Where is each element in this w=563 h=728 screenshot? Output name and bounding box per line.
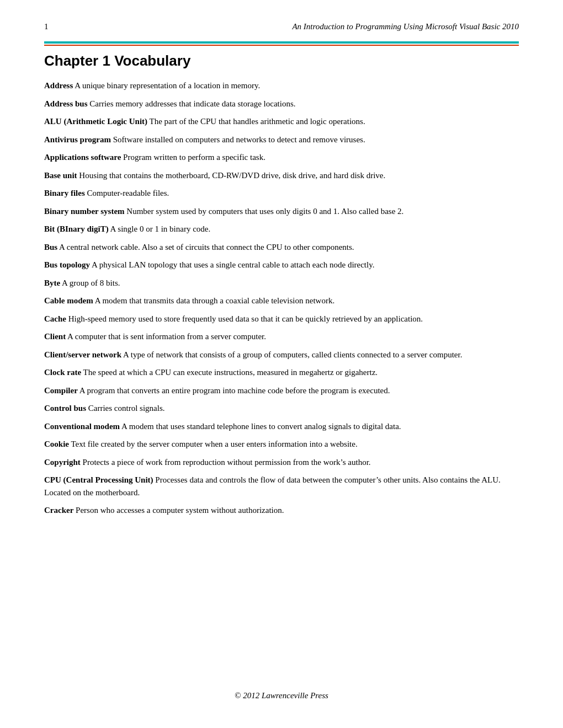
page-number: 1 (44, 22, 49, 31)
book-title: An Introduction to Programming Using Mic… (292, 22, 519, 31)
vocab-term: Cache (44, 314, 66, 323)
vocab-term: Byte (44, 279, 60, 287)
vocab-entry: Cookie Text file created by the server c… (44, 438, 519, 451)
vocab-term: Copyright (44, 458, 81, 467)
chapter-title: Chapter 1 Vocabulary (44, 52, 519, 69)
vocab-entry: Bus topology A physical LAN topology tha… (44, 259, 519, 271)
vocab-entry: Control bus Carries control signals. (44, 402, 519, 415)
vocab-term: Address (44, 81, 73, 90)
divider-top-line (44, 41, 519, 44)
vocab-entry: Address bus Carries memory addresses tha… (44, 98, 519, 110)
vocab-term: Bus (44, 243, 57, 251)
vocab-entry: Antivirus program Software installed on … (44, 133, 519, 146)
vocab-term: Base unit (44, 171, 77, 180)
vocab-entry: Bus A central network cable. Also a set … (44, 241, 519, 254)
vocab-term: Address bus (44, 99, 88, 108)
vocab-entry: Copyright Protects a piece of work from … (44, 456, 519, 469)
vocab-term: Cookie (44, 440, 69, 448)
vocab-term: Compiler (44, 386, 78, 395)
vocab-entry: Bit (BInary digiT) A single 0 or 1 in bi… (44, 223, 519, 235)
vocab-entry: Cracker Person who accesses a computer s… (44, 504, 519, 517)
vocab-entry: CPU (Central Processing Unit) Processes … (44, 474, 519, 499)
vocab-entry: Binary number system Number system used … (44, 205, 519, 218)
vocab-entry: Binary files Computer-readable files. (44, 187, 519, 200)
vocab-entry: Conventional modem A modem that uses sta… (44, 420, 519, 433)
divider-bottom-line (44, 45, 519, 46)
page-header: 1 An Introduction to Programming Using M… (44, 22, 519, 31)
vocab-entry: Cache High-speed memory used to store fr… (44, 313, 519, 325)
vocab-term: Antivirus program (44, 135, 111, 144)
vocab-entry: Applications software Program written to… (44, 151, 519, 164)
vocab-term: Bit (BInary digiT) (44, 224, 109, 233)
vocabulary-list: Address A unique binary representation o… (44, 79, 519, 517)
vocab-term: Clock rate (44, 368, 81, 377)
vocab-term: Cable modem (44, 296, 93, 305)
vocab-entry: Base unit Housing that contains the moth… (44, 169, 519, 182)
vocab-term: Binary files (44, 189, 85, 197)
vocab-term: Client/server network (44, 350, 121, 359)
page-footer: © 2012 Lawrenceville Press (0, 691, 563, 700)
vocab-term: Conventional modem (44, 422, 120, 431)
vocab-entry: Address A unique binary representation o… (44, 79, 519, 92)
vocab-term: Control bus (44, 404, 86, 413)
vocab-entry: Byte A group of 8 bits. (44, 277, 519, 290)
vocab-entry: Cable modem A modem that transmits data … (44, 295, 519, 307)
vocab-entry: ALU (Arithmetic Logic Unit) The part of … (44, 115, 519, 128)
vocab-term: CPU (Central Processing Unit) (44, 475, 153, 484)
vocab-entry: Client A computer that is sent informati… (44, 330, 519, 343)
page: 1 An Introduction to Programming Using M… (0, 0, 563, 728)
vocab-entry: Client/server network A type of network … (44, 349, 519, 361)
vocab-term: Cracker (44, 506, 73, 515)
vocab-term: ALU (Arithmetic Logic Unit) (44, 117, 147, 126)
vocab-term: Applications software (44, 153, 121, 162)
header-divider (44, 41, 519, 46)
copyright-text: © 2012 Lawrenceville Press (235, 691, 328, 700)
vocab-term: Client (44, 332, 66, 341)
vocab-term: Binary number system (44, 207, 125, 216)
vocab-term: Bus topology (44, 260, 90, 269)
vocab-entry: Clock rate The speed at which a CPU can … (44, 366, 519, 379)
vocab-entry: Compiler A program that converts an enti… (44, 384, 519, 397)
